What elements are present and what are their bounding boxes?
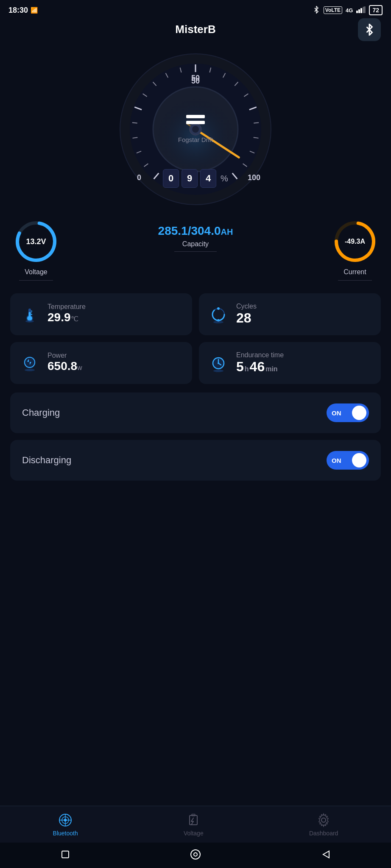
svg-rect-2 [360, 8, 362, 13]
svg-rect-50 [29, 312, 31, 318]
svg-marker-83 [323, 851, 329, 858]
gauge-nav-icon [58, 813, 73, 827]
svg-rect-40 [186, 115, 205, 118]
power-card: Power 650.8w [10, 342, 192, 384]
svg-line-21 [132, 122, 137, 123]
svg-text:Fogstar Drift: Fogstar Drift [178, 136, 213, 143]
gauge-digit-0: 0 [163, 169, 179, 188]
bluetooth-status-icon [313, 6, 320, 15]
endurance-card: Endurance time 5 h 46 min [199, 342, 381, 384]
charging-toggle[interactable]: ON [327, 403, 369, 422]
charging-card: Charging ON [10, 392, 381, 433]
temperature-card: Temperature 29.9℃ [10, 293, 192, 335]
current-ring: -49.3A [332, 218, 378, 265]
clock-icon [207, 352, 229, 374]
power-title: Power [47, 352, 82, 359]
svg-point-59 [213, 321, 223, 323]
status-left: 18:30 📶 [8, 6, 38, 15]
nav-bluetooth[interactable]: Bluetooth [53, 813, 78, 837]
svg-point-81 [191, 850, 200, 859]
svg-point-73 [64, 819, 67, 821]
gauge-wrapper: 50 0 25 50 75 100 [115, 49, 276, 210]
gauge-digit-2: 4 [200, 169, 216, 188]
cycles-value: 28 [236, 310, 257, 326]
charging-knob [352, 406, 366, 420]
discharging-card: Discharging ON [10, 440, 381, 481]
status-right: VoLTE 4G 72 [313, 5, 383, 15]
cycles-header: Cycles 28 [207, 303, 372, 326]
capacity-value: 285.1/304.0AH [158, 224, 233, 238]
page-title: MisterB [175, 23, 215, 36]
charging-label: Charging [22, 407, 60, 418]
power-icon [19, 351, 41, 373]
power-header: Power 650.8w [19, 351, 184, 373]
nav-voltage[interactable]: Voltage [184, 813, 204, 837]
endurance-header: Endurance time 5 h 46 min [207, 351, 372, 375]
status-bar: 18:30 📶 VoLTE 4G 72 [0, 0, 391, 19]
charging-state: ON [332, 409, 341, 417]
nav-voltage-label: Voltage [184, 830, 204, 837]
endurance-value: 5 h 46 min [236, 359, 284, 375]
gauge-percent-display: 0 9 4 % [163, 169, 228, 188]
discharging-label: Discharging [22, 455, 71, 466]
svg-rect-80 [62, 851, 69, 858]
svg-rect-41 [186, 121, 205, 124]
svg-rect-1 [358, 9, 360, 13]
battery-display: 72 [369, 5, 383, 15]
discharging-knob [352, 453, 366, 467]
capacity-underline [174, 251, 217, 252]
svg-line-78 [191, 821, 193, 825]
discharging-toggle[interactable]: ON [327, 451, 369, 470]
cycles-icon [207, 303, 229, 326]
temperature-header: Temperature 29.9℃ [19, 303, 184, 325]
voltage-metric: 13.2V Voltage [13, 218, 59, 281]
svg-point-54 [25, 320, 34, 323]
svg-point-62 [25, 369, 35, 371]
back-button[interactable] [320, 849, 332, 862]
voltage-underline [19, 280, 53, 281]
svg-point-82 [194, 853, 197, 856]
home-button[interactable] [190, 849, 201, 862]
temperature-value: 29.9℃ [47, 311, 86, 324]
bottom-nav: Bluetooth Voltage Dashboard [0, 806, 391, 843]
current-value: -49.3A [345, 238, 365, 245]
recent-apps-button[interactable] [59, 849, 71, 862]
android-nav-bar [0, 843, 391, 868]
svg-point-57 [217, 307, 220, 310]
signal-icon: 📶 [31, 7, 38, 14]
stats-grid: Temperature 29.9℃ Cycles 28 [0, 285, 391, 392]
svg-line-17 [254, 122, 259, 123]
temperature-info: Temperature 29.9℃ [47, 303, 86, 324]
cycles-info: Cycles 28 [236, 303, 257, 326]
time-display: 18:30 [8, 6, 28, 15]
metrics-row: 13.2V Voltage 285.1/304.0AH Capacity -49… [0, 218, 391, 285]
network-icon: 4G [346, 7, 353, 14]
signal-bars [356, 6, 366, 14]
voltage-value: 13.2V [26, 237, 46, 246]
svg-point-68 [213, 370, 223, 372]
current-metric: -49.3A Current [332, 218, 378, 281]
svg-point-39 [192, 126, 199, 133]
svg-rect-0 [356, 11, 358, 13]
percent-sign: % [221, 174, 228, 184]
power-value: 650.8w [47, 359, 82, 373]
nav-dashboard[interactable]: Dashboard [309, 813, 338, 837]
voltage-ring: 13.2V [13, 218, 59, 265]
svg-text:50: 50 [191, 74, 200, 82]
current-underline [338, 280, 372, 281]
capacity-label: Capacity [182, 240, 209, 248]
svg-point-67 [218, 362, 219, 364]
nav-dashboard-label: Dashboard [309, 830, 338, 837]
bluetooth-button[interactable] [358, 18, 381, 41]
nav-bluetooth-label: Bluetooth [53, 830, 78, 837]
thermometer-icon [19, 303, 41, 325]
svg-text:0: 0 [137, 173, 141, 182]
cycles-card: Cycles 28 [199, 293, 381, 335]
endurance-info: Endurance time 5 h 46 min [236, 351, 284, 375]
cycles-title: Cycles [236, 303, 257, 310]
power-info: Power 650.8w [47, 352, 82, 373]
svg-text:100: 100 [248, 173, 260, 182]
gear-nav-icon [316, 813, 331, 827]
svg-rect-74 [190, 815, 197, 825]
svg-line-76 [191, 818, 193, 821]
